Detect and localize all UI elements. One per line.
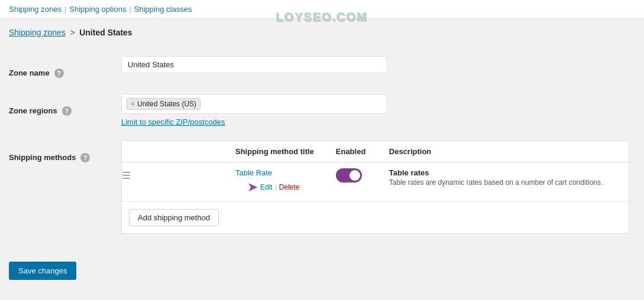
nav-shipping-classes[interactable]: Shipping classes <box>134 5 192 14</box>
method-desc-title: Table rates <box>389 168 622 177</box>
method-actions: ➤ Edit | Delete <box>235 180 322 195</box>
methods-table-wrap: Shipping method title Enabled Descriptio… <box>121 141 629 234</box>
method-name: Table Rate ➤ Edit | Delete <box>235 168 322 195</box>
zone-regions-help[interactable]: ? <box>62 106 72 116</box>
shipping-methods-label: Shipping methods <box>9 153 76 162</box>
col-drag <box>122 141 228 162</box>
method-edit-link[interactable]: Edit <box>260 183 273 191</box>
zone-name-help[interactable]: ? <box>54 69 64 78</box>
method-enabled-toggle[interactable] <box>336 168 362 182</box>
shipping-methods-row: Shipping methods ? Shipping method title… <box>9 133 635 241</box>
methods-table: Shipping method title Enabled Descriptio… <box>122 141 629 201</box>
top-nav: Shipping zones | Shipping options | Ship… <box>0 0 644 19</box>
save-changes-button[interactable]: Save changes <box>9 262 76 280</box>
method-action-sep: | <box>275 183 277 191</box>
method-desc-text: Table rates are dynamic rates based on a… <box>389 178 622 187</box>
col-desc: Description <box>382 141 629 162</box>
nav-sep-1: | <box>64 5 66 14</box>
zone-regions-row: Zone regions ? × United States (US) Limi… <box>9 87 635 133</box>
nav-sep-2: | <box>129 5 131 14</box>
main-content: Zone name ? Zone regions ? <box>0 43 644 253</box>
zone-name-row: Zone name ? <box>9 49 635 87</box>
region-tag-us: × United States (US) <box>127 98 200 110</box>
region-tag-label: United States (US) <box>137 100 196 108</box>
add-method-wrap: Add shipping method <box>122 201 629 233</box>
arrow-pointer-icon: ➤ <box>247 180 258 195</box>
region-tag-remove[interactable]: × <box>131 100 135 107</box>
method-delete-link[interactable]: Delete <box>279 183 300 191</box>
shipping-methods-help[interactable]: ? <box>80 153 90 162</box>
zone-name-label: Zone name <box>9 69 50 77</box>
toggle-slider <box>336 168 362 182</box>
drag-handle[interactable]: ☰ <box>122 171 130 181</box>
zip-postcodes-link[interactable]: Limit to specific ZIP/postcodes <box>121 118 629 126</box>
nav-shipping-zones[interactable]: Shipping zones <box>9 5 62 14</box>
breadcrumb-back-link[interactable]: Shipping zones <box>9 28 66 37</box>
nav-shipping-options[interactable]: Shipping options <box>69 5 126 14</box>
breadcrumb: Shipping zones > United States <box>0 19 644 43</box>
method-row-0: ☰ Table Rate ➤ Edit <box>122 162 629 201</box>
zone-name-input[interactable] <box>121 56 387 73</box>
form-table: Zone name ? Zone regions ? <box>9 49 635 241</box>
zone-regions-label: Zone regions <box>9 106 57 115</box>
method-title: Table Rate <box>235 168 272 177</box>
breadcrumb-current: United States <box>79 28 132 37</box>
breadcrumb-arrow: > <box>70 28 75 37</box>
add-shipping-method-button[interactable]: Add shipping method <box>129 209 219 226</box>
col-enabled: Enabled <box>329 141 382 162</box>
col-title: Shipping method title <box>228 141 329 162</box>
save-row: Save changes <box>0 253 644 289</box>
methods-table-header: Shipping method title Enabled Descriptio… <box>122 141 629 162</box>
zone-regions-field[interactable]: × United States (US) <box>121 94 387 114</box>
